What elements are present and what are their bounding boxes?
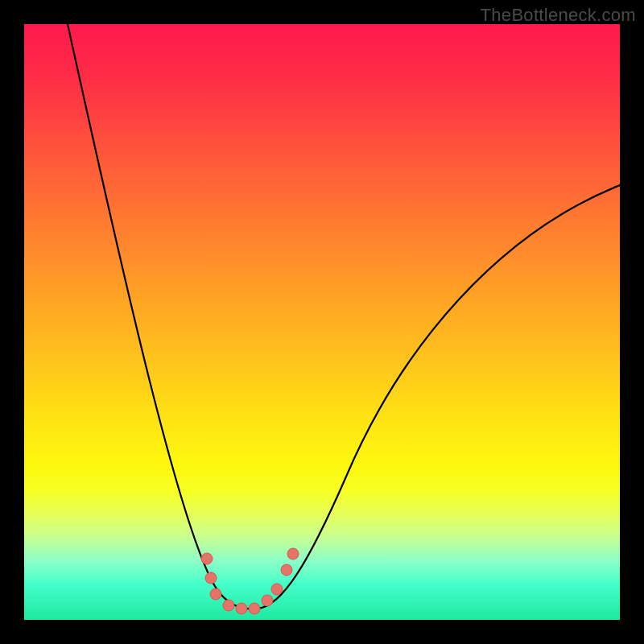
bottleneck-curve: [68, 24, 620, 609]
chart-svg: [24, 24, 620, 620]
marker-0: [201, 553, 213, 564]
marker-8: [281, 564, 292, 576]
marker-5: [249, 603, 260, 614]
marker-6: [262, 595, 273, 606]
markers-group: [201, 548, 299, 614]
chart-frame: TheBottleneck.com: [0, 0, 644, 644]
marker-1: [205, 572, 217, 584]
marker-9: [287, 548, 299, 559]
marker-4: [236, 603, 247, 614]
plot-area: [24, 24, 620, 620]
marker-7: [271, 584, 283, 595]
marker-3: [223, 600, 234, 611]
watermark-text: TheBottleneck.com: [481, 5, 636, 26]
marker-2: [210, 588, 221, 600]
